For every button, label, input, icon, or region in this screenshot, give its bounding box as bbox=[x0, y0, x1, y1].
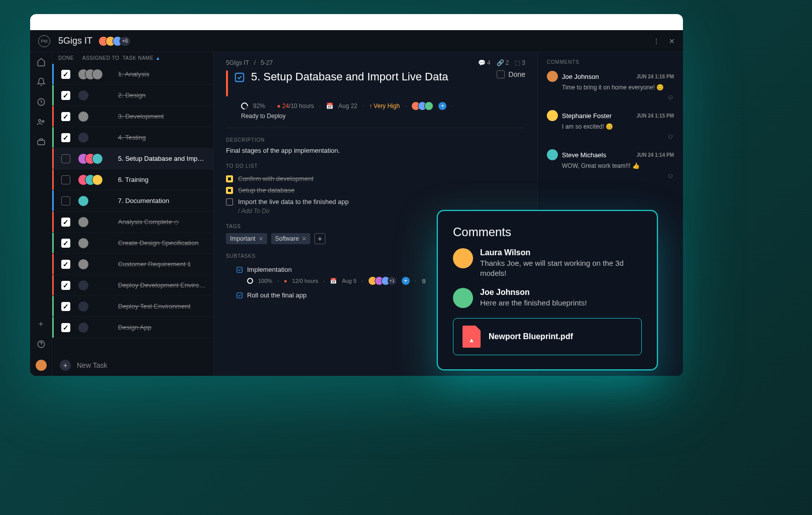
avatar-overflow[interactable]: +1 bbox=[388, 276, 397, 285]
task-row[interactable]: Design App bbox=[52, 317, 213, 338]
task-checkbox[interactable] bbox=[61, 154, 70, 163]
avatar[interactable] bbox=[453, 288, 473, 308]
task-checkbox[interactable] bbox=[61, 323, 70, 332]
task-name[interactable]: Deploy Test Environment bbox=[118, 302, 207, 310]
react-icon[interactable]: ☺ bbox=[562, 171, 674, 179]
people-icon[interactable] bbox=[37, 118, 46, 127]
tag-chip[interactable]: Important✕ bbox=[226, 233, 267, 244]
task-name[interactable]: 7. Documentation bbox=[118, 197, 207, 204]
task-row[interactable]: Analysis Complete ◇ bbox=[52, 212, 213, 233]
avatar[interactable] bbox=[92, 69, 103, 80]
task-row[interactable]: 5. Setup Database and Import Live Data bbox=[52, 148, 213, 169]
add-icon[interactable]: + bbox=[37, 320, 46, 329]
task-name[interactable]: 1. Analysis bbox=[118, 70, 207, 78]
breadcrumb-id[interactable]: 5-27 bbox=[261, 59, 273, 66]
task-row[interactable]: Create Design Specification bbox=[52, 233, 213, 254]
task-name[interactable]: Analysis Complete ◇ bbox=[118, 218, 207, 226]
task-row[interactable]: 1. Analysis bbox=[52, 64, 213, 85]
attachment-count[interactable]: 🔗 2 bbox=[497, 59, 509, 66]
home-icon[interactable] bbox=[37, 57, 46, 66]
task-row[interactable]: 6. Training bbox=[52, 169, 213, 190]
project-title[interactable]: 5Gigs IT bbox=[58, 36, 92, 46]
add-assignee-button[interactable]: + bbox=[438, 102, 446, 110]
avatar[interactable] bbox=[78, 259, 89, 270]
task-row[interactable]: 3. Development bbox=[52, 106, 213, 127]
avatar[interactable] bbox=[547, 110, 558, 121]
assignee-cell[interactable] bbox=[78, 238, 118, 249]
task-name[interactable]: 5. Setup Database and Import Live Data bbox=[118, 155, 207, 162]
comment-author[interactable]: Joe Johnson bbox=[562, 73, 633, 80]
assignee-cell[interactable] bbox=[78, 174, 118, 185]
task-row[interactable]: 2. Design bbox=[52, 85, 213, 106]
task-description[interactable]: Final stages of the app implementation. bbox=[226, 147, 525, 154]
assignee-avatars[interactable] bbox=[411, 101, 433, 111]
current-user-avatar[interactable] bbox=[36, 360, 47, 371]
assignee-cell[interactable] bbox=[78, 217, 118, 228]
avatar[interactable] bbox=[453, 248, 473, 268]
remove-tag-icon[interactable]: ✕ bbox=[259, 236, 263, 242]
status-text[interactable]: Ready to Deploy bbox=[226, 113, 525, 120]
task-checkbox[interactable] bbox=[61, 302, 70, 311]
priority-badge[interactable]: ↑ Very High bbox=[369, 102, 400, 110]
avatar[interactable] bbox=[547, 71, 558, 82]
todo-item[interactable]: Import the live data to the finished app bbox=[226, 196, 525, 208]
avatar[interactable] bbox=[92, 153, 103, 164]
briefcase-icon[interactable] bbox=[37, 138, 46, 147]
avatar[interactable] bbox=[424, 101, 433, 111]
task-checkbox[interactable] bbox=[61, 91, 70, 100]
task-name[interactable]: Design App bbox=[118, 324, 207, 331]
logo-icon[interactable]: PM bbox=[38, 35, 50, 47]
avatar[interactable] bbox=[78, 111, 89, 122]
assignee-cell[interactable] bbox=[78, 111, 118, 122]
attachment-card[interactable]: Newport Blueprint.pdf bbox=[453, 318, 642, 355]
column-header-name[interactable]: TASK NAME ▲ bbox=[123, 55, 207, 61]
add-tag-button[interactable]: + bbox=[314, 233, 325, 244]
react-icon[interactable]: ☺ bbox=[562, 93, 674, 101]
task-row[interactable]: 7. Documentation bbox=[52, 190, 213, 212]
comment-author[interactable]: Stephanie Foster bbox=[562, 112, 633, 120]
avatar[interactable] bbox=[78, 238, 89, 249]
assignee-cell[interactable] bbox=[78, 69, 118, 80]
add-task-icon[interactable]: + bbox=[60, 360, 71, 371]
done-toggle[interactable]: Done bbox=[497, 70, 525, 78]
task-name[interactable]: 2. Design bbox=[118, 91, 207, 99]
task-name[interactable]: Customer Requirement 1 bbox=[118, 260, 207, 268]
assignee-cell[interactable] bbox=[78, 153, 118, 164]
task-checkbox[interactable] bbox=[61, 133, 70, 142]
assignee-cell[interactable] bbox=[78, 195, 118, 207]
task-checkbox[interactable] bbox=[61, 239, 70, 248]
subtask-count[interactable]: ⬚ 3 bbox=[515, 59, 525, 66]
react-icon[interactable]: ☺ bbox=[562, 132, 674, 140]
task-row[interactable]: 4. Testing bbox=[52, 127, 213, 148]
assignee-cell[interactable] bbox=[78, 322, 118, 333]
task-name[interactable]: 4. Testing bbox=[118, 134, 207, 141]
help-icon[interactable] bbox=[37, 340, 46, 349]
avatar[interactable] bbox=[78, 195, 89, 207]
subtask-title[interactable]: Roll out the final app bbox=[247, 291, 307, 299]
hours-logged[interactable]: ● 24/10 hours bbox=[277, 102, 314, 110]
comment-count[interactable]: 💬 4 bbox=[478, 59, 491, 66]
task-row[interactable]: Customer Requirement 1 bbox=[52, 254, 213, 275]
task-name[interactable]: Deploy Development Environment bbox=[118, 281, 207, 289]
more-icon[interactable]: ⋮ bbox=[653, 37, 660, 45]
clock-icon[interactable] bbox=[37, 97, 46, 107]
avatar[interactable] bbox=[547, 149, 558, 160]
avatar[interactable] bbox=[92, 174, 103, 185]
project-avatar-stack[interactable]: +6 bbox=[98, 36, 131, 46]
assignee-cell[interactable] bbox=[78, 259, 118, 270]
task-name[interactable]: 6. Training bbox=[118, 176, 207, 183]
assignee-cell[interactable] bbox=[78, 280, 118, 291]
todo-item[interactable]: Confirm with development bbox=[226, 173, 525, 184]
subtask-title[interactable]: Implementation bbox=[247, 266, 292, 273]
column-header-done[interactable]: DONE bbox=[58, 55, 82, 61]
trash-icon[interactable]: 🗑 bbox=[421, 278, 427, 284]
task-title[interactable]: 5. Setup Database and Import Live Data bbox=[251, 70, 491, 83]
breadcrumb-project[interactable]: 5GIgs IT bbox=[226, 59, 249, 66]
done-checkbox[interactable] bbox=[497, 70, 505, 78]
task-checkbox[interactable] bbox=[61, 112, 70, 121]
remove-tag-icon[interactable]: ✕ bbox=[302, 236, 306, 242]
task-checkbox[interactable] bbox=[61, 196, 70, 205]
assignee-cell[interactable] bbox=[78, 90, 118, 101]
task-name[interactable]: 3. Development bbox=[118, 113, 207, 120]
todo-item[interactable]: Setup the database bbox=[226, 184, 525, 196]
